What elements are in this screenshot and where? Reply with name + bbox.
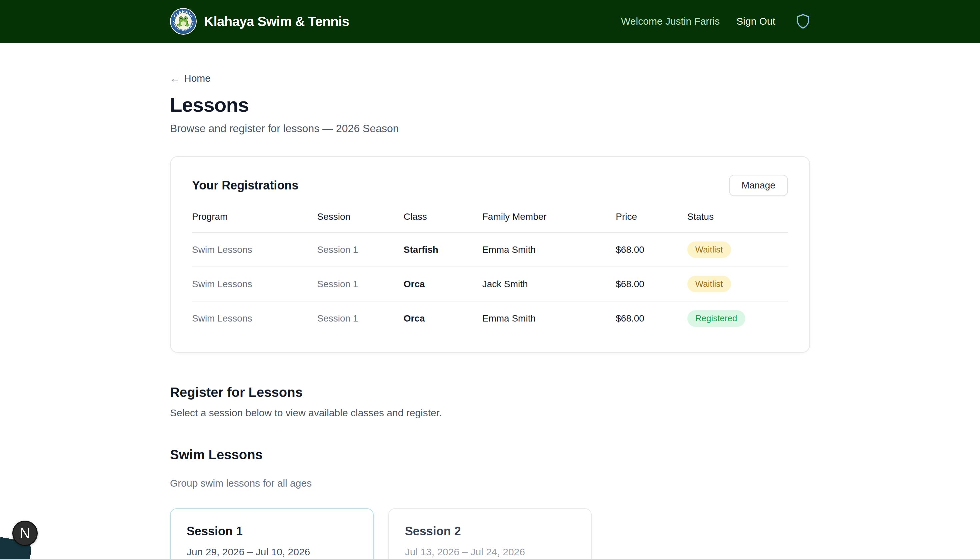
cell-program: Swim Lessons bbox=[192, 233, 317, 267]
status-badge: Registered bbox=[687, 310, 745, 326]
session-name: Session 1 bbox=[186, 524, 357, 538]
club-logo: KLAHAYA SWIM AND TENNIS CLUB bbox=[170, 8, 197, 35]
table-row: Swim Lessons Session 1 Orca Emma Smith $… bbox=[192, 301, 788, 335]
page-subtitle: Browse and register for lessons — 2026 S… bbox=[170, 122, 810, 135]
cell-program: Swim Lessons bbox=[192, 267, 317, 301]
registrations-card: Your Registrations Manage Program Sessio… bbox=[170, 156, 810, 353]
back-arrow-icon: ← bbox=[170, 73, 180, 84]
session-dates: Jul 13, 2026 – Jul 24, 2026 bbox=[405, 546, 575, 558]
session-grid: Session 1 Jun 29, 2026 – Jul 10, 2026 Re… bbox=[170, 508, 810, 559]
session-card-2: Session 2 Jul 13, 2026 – Jul 24, 2026 Op… bbox=[388, 508, 592, 559]
welcome-message: Welcome Justin Farris bbox=[621, 16, 720, 27]
cell-class: Orca bbox=[404, 267, 482, 301]
main-content: ← Home Lessons Browse and register for l… bbox=[170, 43, 810, 559]
cell-family-member: Emma Smith bbox=[482, 233, 616, 267]
column-header-family-member: Family Member bbox=[482, 212, 616, 233]
brand-title: Klahaya Swim & Tennis bbox=[204, 14, 349, 29]
page-title: Lessons bbox=[170, 93, 810, 116]
registrations-title: Your Registrations bbox=[192, 179, 298, 192]
cell-price: $68.00 bbox=[616, 233, 687, 267]
column-header-price: Price bbox=[616, 212, 687, 233]
session-card-1: Session 1 Jun 29, 2026 – Jul 10, 2026 Re… bbox=[170, 508, 374, 559]
breadcrumb-home-link[interactable]: ← Home bbox=[170, 73, 211, 84]
program-subtitle: Group swim lessons for all ages bbox=[170, 478, 810, 489]
cell-session: Session 1 bbox=[317, 267, 403, 301]
table-row: Swim Lessons Session 1 Orca Jack Smith $… bbox=[192, 267, 788, 301]
site-header: KLAHAYA SWIM AND TENNIS CLUB Klahaya Swi… bbox=[0, 0, 980, 43]
cell-class: Starfish bbox=[404, 233, 482, 267]
column-header-class: Class bbox=[404, 212, 482, 233]
status-badge: Waitlist bbox=[687, 276, 731, 292]
manage-button[interactable]: Manage bbox=[729, 175, 788, 196]
program-title: Swim Lessons bbox=[170, 447, 810, 462]
cell-session: Session 1 bbox=[317, 233, 403, 267]
column-header-status: Status bbox=[687, 212, 788, 233]
table-row: Swim Lessons Session 1 Starfish Emma Smi… bbox=[192, 233, 788, 267]
session-dates: Jun 29, 2026 – Jul 10, 2026 bbox=[186, 546, 357, 558]
cell-family-member: Jack Smith bbox=[482, 267, 616, 301]
register-section-subtitle: Select a session below to view available… bbox=[170, 407, 810, 418]
session-name: Session 2 bbox=[405, 524, 575, 538]
registrations-table: Program Session Class Family Member Pric… bbox=[192, 212, 788, 336]
column-header-program: Program bbox=[192, 212, 317, 233]
nextjs-dev-tools-button[interactable]: N bbox=[12, 521, 38, 546]
cell-program: Swim Lessons bbox=[192, 301, 317, 335]
cell-family-member: Emma Smith bbox=[482, 301, 616, 335]
column-header-session: Session bbox=[317, 212, 403, 233]
register-section-title: Register for Lessons bbox=[170, 385, 810, 400]
cell-price: $68.00 bbox=[616, 301, 687, 335]
sign-out-link[interactable]: Sign Out bbox=[736, 16, 775, 27]
cell-price: $68.00 bbox=[616, 267, 687, 301]
cell-class: Orca bbox=[404, 301, 482, 335]
cell-session: Session 1 bbox=[317, 301, 403, 335]
shield-icon[interactable] bbox=[796, 13, 810, 29]
breadcrumb-label: Home bbox=[184, 73, 211, 84]
status-badge: Waitlist bbox=[687, 241, 731, 258]
